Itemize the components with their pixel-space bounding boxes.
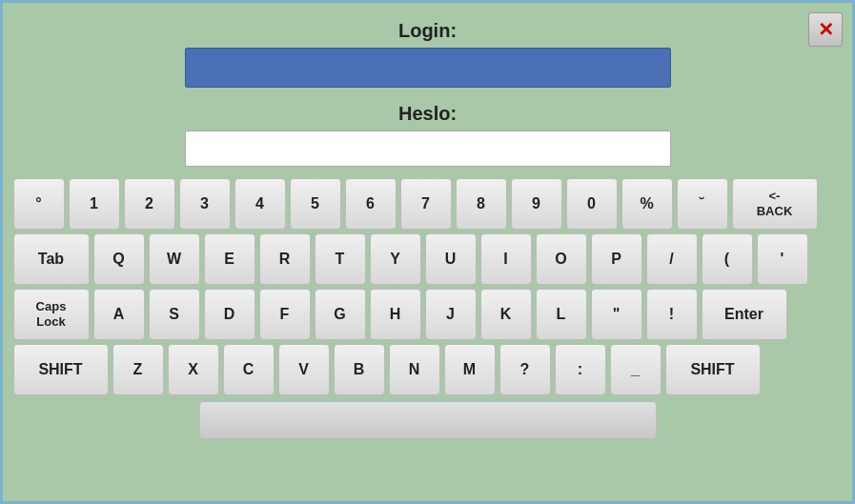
key-7[interactable]: 7 (400, 178, 452, 230)
key-h[interactable]: H (370, 289, 421, 340)
login-label: Login: (398, 20, 457, 42)
key-4[interactable]: 4 (234, 178, 286, 230)
key-l[interactable]: L (536, 289, 587, 340)
key-colon[interactable]: : (555, 344, 606, 395)
key-t[interactable]: T (315, 233, 366, 285)
key-open-paren[interactable]: ( (702, 233, 753, 285)
key-i[interactable]: I (480, 233, 532, 285)
key-exclaim[interactable]: ! (646, 289, 698, 340)
key-w[interactable]: W (149, 233, 200, 285)
key-slash[interactable]: / (646, 233, 698, 285)
key-1[interactable]: 1 (69, 178, 120, 230)
key-shift-left[interactable]: SHIFT (13, 344, 109, 395)
key-c[interactable]: C (223, 344, 275, 395)
key-enter[interactable]: Enter (702, 289, 787, 340)
key-space[interactable] (199, 401, 657, 439)
login-display (185, 48, 671, 88)
key-s[interactable]: S (149, 289, 200, 340)
key-apostrophe[interactable]: ' (757, 233, 808, 285)
key-b[interactable]: B (334, 344, 385, 395)
key-row-2: Tab Q W E R T Y U I O P / ( ' (13, 233, 843, 285)
key-x[interactable]: X (168, 344, 219, 395)
key-underscore[interactable]: _ (610, 344, 662, 395)
key-backspace[interactable]: <-BACK (732, 178, 818, 230)
password-label: Heslo: (398, 103, 457, 125)
key-percent[interactable]: % (621, 178, 673, 230)
key-quote[interactable]: " (591, 289, 642, 340)
key-capslock[interactable]: CapsLock (13, 289, 90, 340)
key-n[interactable]: N (389, 344, 440, 395)
key-y[interactable]: Y (370, 233, 421, 285)
key-row-4: SHIFT Z X C V B N M ? : _ SHIFT (13, 344, 843, 395)
key-q[interactable]: Q (93, 233, 145, 285)
key-g[interactable]: G (315, 289, 366, 340)
key-o[interactable]: O (536, 233, 587, 285)
password-input[interactable] (185, 131, 671, 167)
key-v[interactable]: V (278, 344, 330, 395)
key-p[interactable]: P (591, 233, 642, 285)
key-2[interactable]: 2 (124, 178, 175, 230)
key-tab[interactable]: Tab (13, 233, 90, 285)
key-a[interactable]: A (93, 289, 145, 340)
key-r[interactable]: R (259, 233, 311, 285)
key-9[interactable]: 9 (511, 178, 562, 230)
key-shift-right[interactable]: SHIFT (665, 344, 761, 395)
key-e[interactable]: E (204, 233, 255, 285)
key-k[interactable]: K (480, 289, 532, 340)
key-6[interactable]: 6 (345, 178, 397, 230)
key-8[interactable]: 8 (456, 178, 507, 230)
key-z[interactable]: Z (112, 344, 164, 395)
spacebar-row (13, 401, 843, 439)
key-d[interactable]: D (204, 289, 255, 340)
close-button[interactable]: ✕ (808, 12, 843, 47)
key-degree[interactable]: ° (13, 178, 65, 230)
key-row-3: CapsLock A S D F G H J K L " ! Enter (13, 289, 843, 340)
close-icon: ✕ (818, 18, 834, 41)
key-row-1: ° 1 2 3 4 5 6 7 8 9 0 % ˘ <-BACK (13, 178, 843, 230)
key-question[interactable]: ? (499, 344, 551, 395)
key-u[interactable]: U (425, 233, 477, 285)
key-f[interactable]: F (259, 289, 311, 340)
keyboard: ° 1 2 3 4 5 6 7 8 9 0 % ˘ <-BACK Tab Q W… (13, 178, 843, 439)
key-m[interactable]: M (444, 344, 496, 395)
key-j[interactable]: J (425, 289, 477, 340)
key-5[interactable]: 5 (290, 178, 341, 230)
key-0[interactable]: 0 (566, 178, 618, 230)
key-3[interactable]: 3 (179, 178, 231, 230)
key-breve[interactable]: ˘ (677, 178, 728, 230)
